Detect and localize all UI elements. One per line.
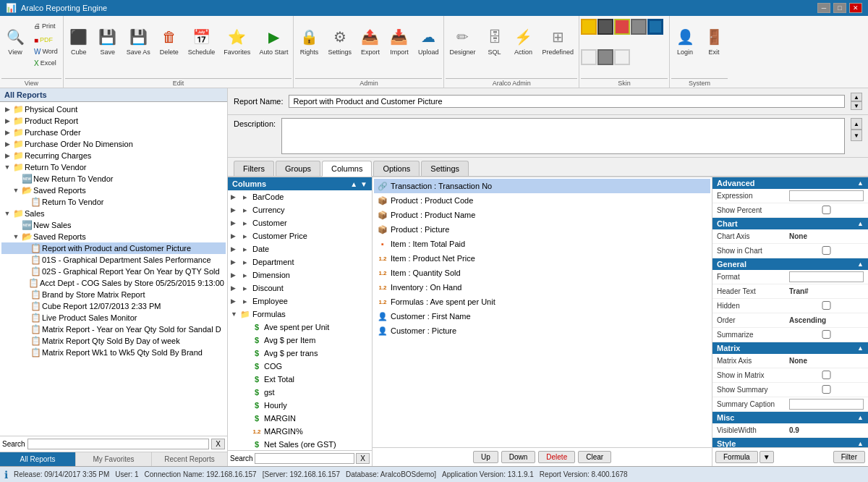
tree-item-live-product[interactable]: 📋 Live Product Sales Monitor — [1, 312, 226, 324]
col-item-discount[interactable]: ▶ ▸ Discount — [228, 282, 372, 295]
export-button[interactable]: 📤 Export — [357, 19, 384, 64]
tab-filters[interactable]: Filters — [234, 161, 274, 176]
delete-button[interactable]: 🗑 Delete — [156, 19, 183, 64]
props-section-advanced[interactable]: Advanced▲ — [712, 177, 868, 189]
props-checkbox-Hidden[interactable] — [789, 301, 864, 310]
tree-expand-saved-reports-sales[interactable]: ▼ — [12, 233, 20, 240]
action-button[interactable]: ⚡ Action — [510, 19, 537, 64]
print-button[interactable]: 🖨 Print — [30, 19, 61, 33]
col-expand-barcode[interactable]: ▶ — [231, 193, 238, 200]
mid-item-product-code[interactable]: 📦 Product : Product Code — [374, 193, 710, 208]
col-expand-currency[interactable]: ▶ — [231, 206, 238, 213]
auto-start-button[interactable]: ▶ Auto Start — [255, 19, 292, 64]
tree-item-purchase-order[interactable]: ▶ 📁 Purchase Order — [1, 127, 226, 138]
columns-search-input[interactable] — [255, 453, 355, 464]
left-search-clear-button[interactable]: X — [211, 439, 225, 449]
tree-expand-saved-reports-rtv[interactable]: ▼ — [12, 187, 20, 194]
col-item-gst[interactable]: $ gst — [239, 386, 372, 399]
skin-btn-1[interactable] — [581, 19, 597, 35]
props-input-SummaryCaption[interactable] — [789, 399, 864, 410]
tree-item-cube-report[interactable]: 📋 Cube Report 12/07/2013 2:33 PM — [1, 300, 226, 312]
settings-button[interactable]: ⚙ Settings — [324, 19, 355, 64]
filter-button[interactable]: Filter — [833, 451, 865, 463]
col-item-avg-per-item[interactable]: $ Avg $ per Item — [239, 334, 372, 347]
col-expand-department[interactable]: ▶ — [231, 258, 238, 266]
tree-item-new-sales[interactable]: 🆕 New Sales — [1, 219, 226, 231]
props-checkbox-ShowSummary[interactable] — [789, 385, 864, 394]
desc-scroll-up[interactable]: ▲ — [851, 118, 862, 130]
col-item-formulas[interactable]: ▼ 📁 Formulas — [228, 308, 372, 321]
mid-item-transaction-no[interactable]: 🔗 Transaction : Transaction No — [374, 179, 710, 193]
cube-button[interactable]: ⬛ Cube — [65, 19, 93, 64]
mid-item-product-picture[interactable]: 📦 Product : Picture — [374, 222, 710, 237]
col-item-barcode[interactable]: ▶ ▸ BarCode — [228, 190, 372, 203]
col-expand-customer[interactable]: ▶ — [231, 219, 238, 227]
down-button[interactable]: Down — [501, 451, 536, 463]
tree-item-01s-graphical[interactable]: 📋 01S - Graphical Department Sales Perfo… — [1, 254, 226, 266]
word-button[interactable]: W Word — [30, 46, 61, 56]
tree-item-02s-graphical[interactable]: 📋 02S - Graphical Report Year On Year by… — [1, 266, 226, 277]
skin-btn-4[interactable] — [631, 19, 647, 35]
col-expand-formulas[interactable]: ▼ — [231, 310, 238, 318]
tree-item-recurring-charges[interactable]: ▶ 📁 Recurring Charges — [1, 150, 226, 161]
props-section-chart[interactable]: Chart▲ — [712, 218, 868, 229]
tab-settings[interactable]: Settings — [421, 161, 469, 176]
mid-item-item-total-paid[interactable]: ▪ Item : Item Total Paid — [374, 237, 710, 251]
maximize-button[interactable]: □ — [833, 3, 846, 13]
delete-column-button[interactable]: Delete — [538, 451, 575, 463]
props-section-matrix[interactable]: Matrix▲ — [712, 342, 868, 354]
formula-button[interactable]: Formula — [715, 451, 758, 463]
col-item-margin-pct[interactable]: 1.2 MARGIN% — [239, 425, 372, 438]
tree-item-saved-reports-rtv[interactable]: ▼ 📂 Saved Reports — [1, 185, 226, 196]
col-item-avg-per-trans[interactable]: $ Avg $ per trans — [239, 347, 372, 360]
mid-item-customer-picture[interactable]: 👤 Customer : Picture — [374, 324, 710, 338]
columns-search-clear[interactable]: X — [356, 453, 370, 464]
tree-expand-product-report[interactable]: ▶ — [3, 117, 12, 124]
save-button[interactable]: 💾 Save — [94, 19, 122, 64]
description-input[interactable] — [281, 118, 845, 154]
desc-scroll-down[interactable]: ▼ — [851, 130, 862, 141]
col-item-hourly[interactable]: $ Hourly — [239, 399, 372, 412]
tree-expand-purchase-order[interactable]: ▶ — [3, 129, 12, 136]
mid-item-product-name[interactable]: 📦 Product : Product Name — [374, 208, 710, 222]
col-item-dimension[interactable]: ▶ ▸ Dimension — [228, 269, 372, 282]
tree-item-return-to-vendor[interactable]: ▼ 📁 Return To Vendor — [1, 161, 226, 173]
report-name-scroll-up[interactable]: ▲ — [851, 93, 862, 101]
props-checkbox-ShowinMatrix[interactable] — [789, 371, 864, 379]
designer-button[interactable]: ✏ Designer — [446, 19, 479, 64]
mid-item-qty-sold[interactable]: 1.2 Item : Quantity Sold — [374, 266, 710, 280]
skin-btn-7[interactable] — [597, 49, 613, 65]
tab-options[interactable]: Options — [373, 161, 420, 176]
nav-tab-recent-reports[interactable]: Recent Reports — [152, 452, 227, 466]
tree-expand-sales[interactable]: ▼ — [3, 210, 12, 217]
props-checkbox-ShowinChart[interactable] — [789, 246, 864, 255]
tree-expand-physical-count[interactable]: ▶ — [3, 106, 12, 113]
formula-dropdown-button[interactable]: ▼ — [760, 451, 774, 463]
upload-button[interactable]: ☁ Upload — [414, 19, 443, 64]
predefined-button[interactable]: ⊞ Predefined — [539, 19, 578, 64]
tree-item-acct-dept-cog[interactable]: 📋 Acct Dept - COG Sales by Store 05/25/2… — [1, 277, 226, 289]
tab-columns[interactable]: Columns — [322, 161, 372, 177]
tree-expand-return-to-vendor[interactable]: ▼ — [3, 164, 12, 171]
report-name-scroll-down[interactable]: ▼ — [851, 101, 862, 110]
tree-item-new-return-to-vendor[interactable]: 🆕 New Return To Vendor — [1, 173, 226, 185]
skin-btn-6[interactable] — [581, 49, 597, 65]
tree-expand-recurring-charges[interactable]: ▶ — [3, 152, 12, 159]
props-checkbox-Summarize[interactable] — [789, 330, 864, 339]
tree-item-brand-by-store[interactable]: 📋 Brand by Store Matrix Report — [1, 289, 226, 300]
props-section-general[interactable]: General▲ — [712, 258, 868, 270]
tree-item-purchase-order-no-dim[interactable]: ▶ 📁 Purchase Order No Dimension — [1, 138, 226, 150]
login-button[interactable]: 👤 Login — [671, 19, 699, 64]
tree-item-matrix-report-year[interactable]: 📋 Matrix Report - Year on Year Qty Sold … — [1, 324, 226, 335]
col-expand-employee[interactable]: ▶ — [231, 297, 238, 305]
col-item-net-sales[interactable]: $ Net Sales (ore GST) — [239, 438, 372, 450]
tree-item-matrix-report-qty[interactable]: 📋 Matrix Report Qty Sold By Day of week — [1, 335, 226, 347]
tree-item-matrix-report-wk1[interactable]: 📋 Matrix Report Wk1 to Wk5 Qty Sold By B… — [1, 347, 226, 358]
report-name-input[interactable] — [289, 95, 845, 108]
tab-groups[interactable]: Groups — [276, 161, 320, 176]
mid-item-customer-first-name[interactable]: 👤 Customer : First Name — [374, 309, 710, 324]
save-as-button[interactable]: 💾 Save As — [123, 19, 154, 64]
skin-btn-2[interactable] — [597, 19, 613, 35]
close-button[interactable]: ✕ — [849, 3, 862, 13]
props-input-Expression[interactable] — [789, 190, 864, 201]
